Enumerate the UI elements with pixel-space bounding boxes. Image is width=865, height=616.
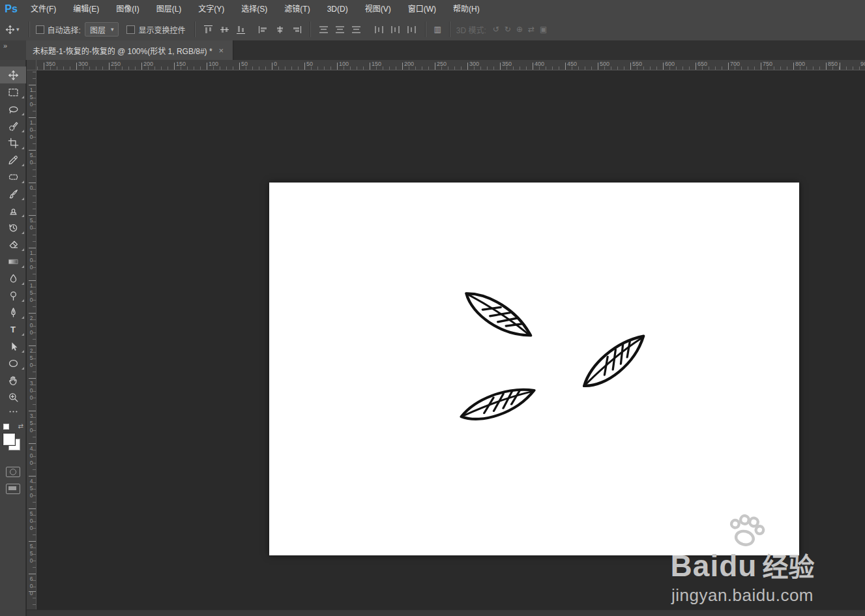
eraser-tool[interactable]	[0, 236, 26, 253]
paw-icon	[723, 512, 770, 550]
collapse-tool-panel-button[interactable]: »	[0, 40, 26, 60]
menu-item[interactable]: 图层(L)	[148, 0, 190, 18]
swap-colors-icon[interactable]: ⇄	[18, 422, 23, 430]
distribute-right-edges-button[interactable]	[406, 25, 417, 35]
menu-item[interactable]: 3D(D)	[319, 0, 357, 18]
blur-tool[interactable]	[0, 270, 26, 287]
ellipse-tool[interactable]	[0, 355, 26, 372]
ruler-label: 600	[665, 61, 675, 67]
separator	[310, 22, 310, 37]
default-colors-icon[interactable]	[3, 424, 9, 430]
ruler-label: 400	[535, 61, 544, 67]
ruler-label: 50	[241, 61, 248, 67]
separator	[29, 22, 29, 37]
history-brush-icon	[8, 222, 19, 233]
3d-roll-icon[interactable]: ↻	[505, 25, 511, 34]
spot-healing-brush-tool[interactable]	[0, 168, 26, 185]
ruler-label: 550	[27, 543, 35, 565]
ruler-label: 250	[437, 61, 447, 67]
quick-selection-tool[interactable]	[0, 117, 26, 134]
menu-bar: Ps 文件(F)编辑(E)图像(I)图层(L)文字(Y)选择(S)滤镜(T)3D…	[0, 0, 865, 19]
eyedropper-tool[interactable]	[0, 151, 26, 168]
type-tool[interactable]: T	[0, 321, 26, 338]
rectangular-marquee-tool[interactable]	[0, 83, 26, 100]
canvas-workspace[interactable]: Baidu 经验 jingyan.baidu.com	[37, 70, 865, 609]
ellipse-icon	[8, 358, 19, 369]
ruler-label: 100	[27, 119, 35, 141]
3d-slide-icon[interactable]: ⇄	[528, 25, 535, 34]
clone-stamp-icon	[8, 205, 19, 216]
move-tool[interactable]	[0, 66, 26, 83]
ruler-label: 450	[567, 61, 577, 67]
distribute-horizontal-centers-button[interactable]	[390, 25, 401, 35]
menu-item[interactable]: 窗口(W)	[400, 0, 445, 18]
brush-icon	[8, 188, 19, 199]
ruler-label: 300	[78, 61, 88, 67]
distribute-left-edges-button[interactable]	[374, 25, 385, 35]
vertical-ruler[interactable]: 1501005005010015020025030035040045050055…	[27, 70, 37, 609]
ruler-label: 550	[632, 61, 642, 67]
crop-tool[interactable]	[0, 134, 26, 151]
dodge-tool[interactable]	[0, 287, 26, 304]
align-right-edges-button[interactable]	[291, 25, 302, 35]
ruler-label: 100	[27, 250, 35, 271]
screen-mode-button[interactable]	[6, 484, 20, 494]
ruler-origin-corner[interactable]	[27, 60, 37, 70]
ruler-label: 500	[600, 61, 609, 67]
quick-mask-mode-button[interactable]	[6, 467, 20, 477]
color-controls: ⇄	[0, 424, 26, 458]
quick-selection-icon	[8, 121, 19, 132]
options-bar: ▾ 自动选择: 图层 ▾ 显示变换控件 ▥ 3D 模式: ↺ ↻ ⊕ ⇄ ▣	[0, 18, 865, 41]
align-horizontal-centers-button[interactable]	[274, 25, 286, 35]
ruler-label: 850	[828, 61, 838, 67]
distribute-top-edges-button[interactable]	[318, 25, 329, 35]
align-vertical-centers-button[interactable]	[219, 25, 230, 35]
ruler-label: 750	[763, 61, 772, 67]
menu-item[interactable]: 文字(Y)	[190, 0, 233, 18]
ruler-label: 100	[339, 61, 349, 67]
distribute-bottom-edges-button[interactable]	[351, 25, 362, 35]
3d-pan-icon[interactable]: ⊕	[516, 25, 523, 34]
3d-orbit-icon[interactable]: ↺	[493, 25, 499, 34]
menu-item[interactable]: 帮助(H)	[445, 0, 488, 18]
distribute-spacing-icon[interactable]: ▥	[433, 25, 441, 34]
status-bar	[27, 609, 865, 616]
distribute-vertical-centers-button[interactable]	[334, 25, 345, 35]
menu-item[interactable]: 选择(S)	[233, 0, 276, 18]
menu-item[interactable]: 图像(I)	[108, 0, 147, 18]
ruler-label: 200	[27, 315, 35, 336]
menu-item[interactable]: 编辑(E)	[65, 0, 108, 18]
menu-item[interactable]: 文件(F)	[22, 0, 65, 18]
align-left-edges-button[interactable]	[258, 25, 269, 35]
photoshop-logo: Ps	[0, 3, 22, 15]
foreground-color-swatch[interactable]	[3, 433, 15, 445]
zoom-tool[interactable]	[0, 389, 26, 405]
hand-tool[interactable]	[0, 372, 26, 389]
auto-select-checkbox[interactable]	[36, 25, 44, 34]
pen-tool[interactable]	[0, 304, 26, 321]
document-tab[interactable]: 未标题-1-恢复的-恢复的 @ 100%(形状 1, RGB/8#) * ×	[26, 40, 233, 60]
lasso-tool[interactable]	[0, 100, 26, 117]
clone-stamp-tool[interactable]	[0, 202, 26, 219]
history-brush-tool[interactable]	[0, 219, 26, 236]
menu-item[interactable]: 滤镜(T)	[276, 0, 318, 18]
close-tab-button[interactable]: ×	[219, 46, 224, 55]
blur-drop-icon	[8, 273, 19, 284]
move-icon	[8, 70, 19, 81]
photoshop-window: Ps 文件(F)编辑(E)图像(I)图层(L)文字(Y)选择(S)滤镜(T)3D…	[0, 0, 865, 616]
edit-toolbar-button[interactable]	[0, 405, 26, 417]
ellipsis-icon	[8, 406, 19, 417]
eraser-icon	[8, 239, 19, 250]
path-selection-tool[interactable]	[0, 338, 26, 355]
gradient-tool[interactable]	[0, 253, 26, 270]
horizontal-ruler[interactable]: 3503002502001501005005010015020025030035…	[37, 60, 865, 70]
auto-select-target-select[interactable]: 图层 ▾	[85, 22, 119, 37]
menu-item[interactable]: 视图(V)	[357, 0, 400, 18]
magnifier-icon	[8, 392, 19, 403]
align-top-edges-button[interactable]	[203, 25, 214, 35]
show-transform-checkbox[interactable]	[126, 25, 135, 34]
align-bottom-edges-button[interactable]	[235, 25, 246, 35]
3d-scale-icon[interactable]: ▣	[540, 25, 547, 34]
brush-tool[interactable]	[0, 185, 26, 202]
tool-preset-button[interactable]: ▾	[0, 25, 23, 35]
